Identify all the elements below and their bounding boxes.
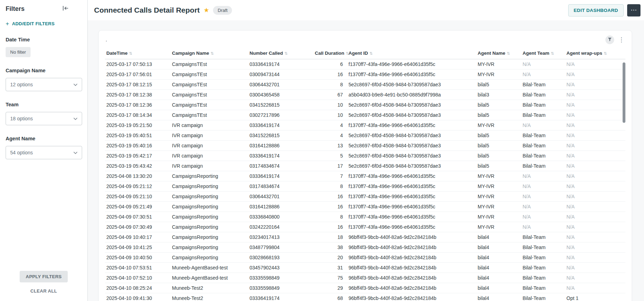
table-cell: 03336419174 bbox=[248, 59, 313, 69]
favorite-star-icon[interactable]: ★ bbox=[204, 7, 209, 13]
sidebar-footer: APPLY FILTERS CLEAR ALL bbox=[0, 271, 87, 294]
table-row[interactable]: 2025-03-17 08:12:36CampaignsTEst03415226… bbox=[105, 100, 625, 110]
table-cell: 03336840800 bbox=[248, 212, 313, 222]
table-cell: N/A bbox=[565, 212, 625, 222]
team-select[interactable]: 18 options bbox=[6, 112, 82, 125]
table-row[interactable]: 2025-04-10 07:53:51Muneeb-AgentBased-tes… bbox=[105, 263, 625, 273]
table-row[interactable]: 2025-04-09 05:21:12CampaignsReporting031… bbox=[105, 181, 625, 192]
sort-icon[interactable]: ⇅ bbox=[370, 51, 373, 55]
table-cell: 10 bbox=[313, 110, 347, 120]
table-cell: IVR campaign bbox=[171, 120, 248, 131]
table-row[interactable]: 2025-03-19 05:40:16IVR campaign031641288… bbox=[105, 141, 625, 151]
table-row[interactable]: 2025-04-09 10:41:25CampaignsReporting034… bbox=[105, 242, 625, 253]
filters-title: Filters bbox=[6, 5, 25, 13]
table-row[interactable]: 2025-04-09 10:40:50CampaignsReporting030… bbox=[105, 253, 625, 263]
table-cell: 67 bbox=[313, 90, 347, 100]
table-cell: N/A bbox=[521, 181, 565, 192]
table-row[interactable]: 2025-04-09 07:30:49CampaignsReporting032… bbox=[105, 222, 625, 232]
sort-icon[interactable]: ⇅ bbox=[507, 51, 510, 55]
table-row[interactable]: 2025-03-17 07:56:01CampaignsTEst03009473… bbox=[105, 69, 625, 80]
datetime-filter-chip[interactable]: No filter bbox=[6, 47, 31, 57]
table-row[interactable]: 2025-04-08 13:30:20CampaignsReporting033… bbox=[105, 171, 625, 181]
column-header-call-duration[interactable]: Call Duration⇅ bbox=[313, 47, 347, 59]
table-row[interactable]: 2025-03-17 08:14:34CampaignsTEst03027217… bbox=[105, 110, 625, 120]
table-cell: N/A bbox=[521, 69, 565, 80]
column-header-campaign-name[interactable]: Campaign Name⇅ bbox=[171, 47, 248, 59]
table-row[interactable]: 2025-03-19 05:21:50IVR campaign033364191… bbox=[105, 120, 625, 131]
table-cell: f1370ff7-43fa-496e-9966-e64061d35f5c bbox=[347, 192, 476, 202]
sort-icon[interactable]: ⇅ bbox=[284, 51, 287, 55]
collapse-sidebar-button[interactable] bbox=[61, 5, 70, 13]
table-cell: N/A bbox=[521, 222, 565, 232]
sort-icon[interactable]: ⇅ bbox=[551, 51, 554, 55]
table-cell: N/A bbox=[565, 222, 625, 232]
table-row[interactable]: 2025-03-19 05:42:17IVR campaign033364191… bbox=[105, 151, 625, 161]
more-options-button[interactable]: ⋯ bbox=[627, 4, 640, 16]
table-row[interactable]: 2025-03-19 05:43:42IVR campaign031748346… bbox=[105, 161, 625, 171]
add-edit-filters-label: ADD/EDIT FILTERS bbox=[12, 21, 54, 26]
filter-label-agent-name: Agent Name bbox=[6, 136, 82, 141]
table-cell: CampaignsTEst bbox=[171, 110, 248, 120]
column-header-agent-name[interactable]: Agent Name⇅ bbox=[476, 47, 521, 59]
table-row[interactable]: 2025-03-19 05:40:51IVR campaign034152268… bbox=[105, 131, 625, 141]
table-cell: 03064432701 bbox=[248, 192, 313, 202]
column-header-agent-wrap-ups[interactable]: Agent wrap-ups⇅ bbox=[565, 47, 625, 59]
edit-dashboard-button[interactable]: EDIT DASHBOARD bbox=[568, 4, 624, 16]
table-cell: f1370ff7-43fa-496e-9966-e64061d35f5c bbox=[347, 222, 476, 232]
table-cell: 2025-04-09 05:21:49 bbox=[105, 202, 171, 212]
table-cell: Muneeb-AgentBased-test bbox=[171, 273, 248, 283]
table-row[interactable]: 2025-03-17 08:12:38CampaignsTEst03004365… bbox=[105, 90, 625, 100]
table-cell: MY-IVR bbox=[476, 222, 521, 232]
table-cell: N/A bbox=[565, 171, 625, 181]
table-row[interactable]: 2025-04-09 05:21:49CampaignsReporting031… bbox=[105, 202, 625, 212]
sort-icon[interactable]: ⇅ bbox=[211, 51, 214, 55]
column-header-agent-id[interactable]: Agent ID⇅ bbox=[347, 47, 476, 59]
table-cell: Bilal-Team bbox=[521, 293, 565, 301]
widget-menu-button[interactable]: ⋮ bbox=[617, 37, 625, 43]
table-row[interactable]: 2025-03-17 07:50:13CampaignsTEst03336419… bbox=[105, 59, 625, 69]
table-row[interactable]: 2025-04-09 05:21:10CampaignsReporting030… bbox=[105, 192, 625, 202]
table-cell: 2025-03-17 07:56:01 bbox=[105, 69, 171, 80]
agent-name-select[interactable]: 54 options bbox=[6, 146, 82, 159]
add-edit-filters-button[interactable]: + ADD/EDIT FILTERS bbox=[6, 21, 55, 26]
table-cell: 03335598849 bbox=[248, 273, 313, 283]
table-row[interactable]: 2025-04-10 09:41:30Muneeb-Test2033364191… bbox=[105, 293, 625, 301]
column-header-agent-team[interactable]: Agent Team⇅ bbox=[521, 47, 565, 59]
column-header-label: Number Called bbox=[250, 51, 283, 56]
table-cell: CampaignsReporting bbox=[171, 181, 248, 192]
table-cell: 2025-04-10 07:52:10 bbox=[105, 273, 171, 283]
campaign-name-select-value: 12 options bbox=[10, 82, 33, 87]
table-row[interactable]: 2025-03-17 08:12:15CampaignsTEst03064432… bbox=[105, 80, 625, 90]
clear-all-button[interactable]: CLEAR ALL bbox=[28, 288, 59, 294]
filter-label-campaign-name: Campaign Name bbox=[6, 68, 82, 73]
widget-filter-button[interactable] bbox=[605, 35, 614, 44]
table-cell: 96bff4f3-9bcb-440f-82a6-9d2c2842184b bbox=[347, 232, 476, 242]
sort-icon[interactable]: ⇅ bbox=[129, 51, 132, 55]
campaign-name-select[interactable]: 12 options bbox=[6, 78, 82, 91]
table-container: DateTime⇅Campaign Name⇅Number Called⇅Cal… bbox=[105, 47, 625, 301]
table-cell: CampaignsTEst bbox=[171, 80, 248, 90]
table-cell: MY-IVR bbox=[476, 171, 521, 181]
table-cell: 2025-04-09 10:40:50 bbox=[105, 253, 171, 263]
table-row[interactable]: 2025-04-09 07:30:51CampaignsReporting033… bbox=[105, 212, 625, 222]
table-cell: f1370ff7-43fa-496e-9966-e64061d35f5c bbox=[347, 212, 476, 222]
table-cell: N/A bbox=[565, 263, 625, 273]
sort-icon[interactable]: ⇅ bbox=[604, 51, 607, 55]
table-cell: 96bff4f3-9bcb-440f-82a6-9d2c2842184b bbox=[347, 273, 476, 283]
table-cell: bilal3 bbox=[476, 90, 521, 100]
table-row[interactable]: 2025-04-10 07:52:10Muneeb-AgentBased-tes… bbox=[105, 273, 625, 283]
column-header-datetime[interactable]: DateTime⇅ bbox=[105, 47, 171, 59]
table-scrollbar[interactable] bbox=[623, 60, 625, 284]
table-cell: 96bff4f3-9bcb-440f-82a6-9d2c2842184b bbox=[347, 263, 476, 273]
table-cell: 5e2c8697-6f0d-4508-9484-b7309587dae3 bbox=[347, 161, 476, 171]
table-cell: Bilal-Team bbox=[521, 80, 565, 90]
table-cell: N/A bbox=[565, 90, 625, 100]
apply-filters-button[interactable]: APPLY FILTERS bbox=[20, 271, 68, 282]
table-cell: 03064432701 bbox=[248, 80, 313, 90]
table-row[interactable]: 2025-04-09 10:40:17CampaignsReporting032… bbox=[105, 232, 625, 242]
table-row[interactable]: 2025-04-10 08:25:24Muneeb-Test2033355988… bbox=[105, 283, 625, 293]
table-cell: N/A bbox=[565, 100, 625, 110]
scrollbar-thumb[interactable] bbox=[623, 62, 625, 123]
table-cell: f1370ff7-43fa-496e-9966-e64061d35f5c bbox=[347, 59, 476, 69]
column-header-number-called[interactable]: Number Called⇅ bbox=[248, 47, 313, 59]
